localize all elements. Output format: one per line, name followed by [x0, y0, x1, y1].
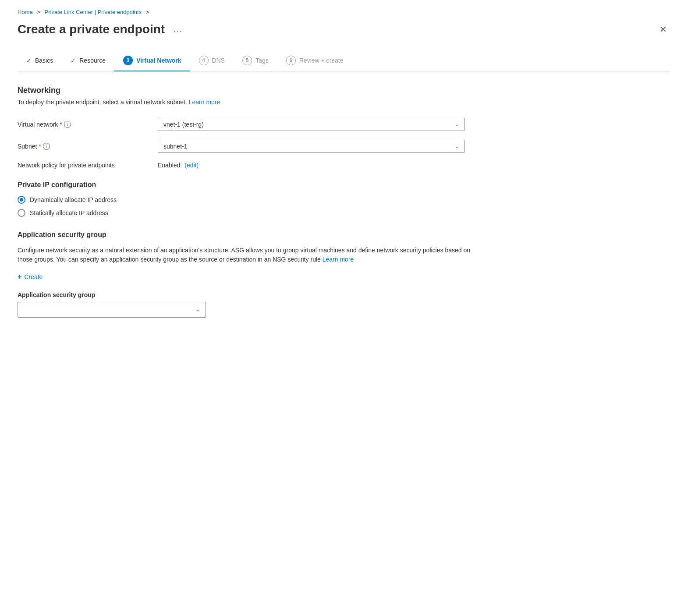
virtual-network-row: Virtual network * i vnet-1 (test-rg) ⌄ [18, 118, 670, 131]
networking-desc: To deploy the private endpoint, select a… [18, 99, 670, 106]
asg-create-label: Create [24, 273, 43, 280]
tab-review-create[interactable]: 6 Review + create [277, 50, 352, 71]
virtual-network-chevron: ⌄ [454, 121, 459, 127]
asg-learn-more[interactable]: Learn more [323, 256, 354, 263]
radio-dynamic-circle [18, 196, 25, 204]
tab-dns-number: 4 [199, 56, 209, 65]
subnet-select[interactable]: subnet-1 ⌄ [158, 140, 465, 153]
radio-dynamic-label: Dynamically allocate IP address [30, 196, 117, 203]
tab-tags-number: 5 [242, 56, 252, 65]
virtual-network-control: vnet-1 (test-rg) ⌄ [158, 118, 465, 131]
radio-dynamic[interactable]: Dynamically allocate IP address [18, 196, 670, 204]
subnet-row: Subnet * i subnet-1 ⌄ [18, 140, 670, 153]
subnet-control: subnet-1 ⌄ [158, 140, 465, 153]
subnet-label-area: Subnet * i [18, 143, 158, 150]
asg-section: Application security group Configure net… [18, 231, 670, 318]
tab-dns-label: DNS [212, 57, 225, 64]
breadcrumb-sep2: > [144, 9, 149, 15]
network-policy-edit[interactable]: (edit) [184, 162, 199, 169]
subnet-value: subnet-1 [163, 143, 187, 150]
virtual-network-info-icon[interactable]: i [64, 121, 71, 128]
radio-static[interactable]: Statically allocate IP address [18, 209, 670, 217]
page-title: Create a private endpoint [18, 22, 165, 36]
subnet-info-icon[interactable]: i [43, 143, 50, 150]
virtual-network-required: * [60, 121, 62, 128]
subnet-label: Subnet [18, 143, 37, 150]
private-ip-radio-group: Dynamically allocate IP address Statical… [18, 196, 670, 217]
asg-chevron: ⌄ [196, 307, 200, 313]
close-button[interactable]: ✕ [656, 22, 670, 36]
breadcrumb-home[interactable]: Home [18, 9, 33, 15]
page-header: Create a private endpoint ... ✕ [18, 22, 670, 36]
tab-resource-label: Resource [79, 57, 106, 64]
tab-basics-label: Basics [35, 57, 53, 64]
private-ip-section: Private IP configuration Dynamically all… [18, 181, 670, 217]
virtual-network-label-area: Virtual network * i [18, 121, 158, 128]
subnet-chevron: ⌄ [454, 143, 459, 149]
tab-tags-label: Tags [255, 57, 269, 64]
networking-section: Networking To deploy the private endpoin… [18, 86, 670, 169]
virtual-network-value: vnet-1 (test-rg) [163, 121, 204, 128]
breadcrumb-parent[interactable]: Private Link Center | Private endpoints [45, 9, 142, 15]
tab-review-number: 6 [286, 56, 296, 65]
radio-static-circle [18, 209, 25, 217]
tab-virtual-network-label: Virtual Network [136, 57, 181, 64]
asg-create-button[interactable]: + Create [18, 273, 43, 281]
tab-resource[interactable]: ✓ Resource [62, 52, 114, 70]
tab-resource-check: ✓ [71, 57, 76, 64]
tab-basics-check: ✓ [26, 57, 32, 64]
page-title-area: Create a private endpoint ... [18, 22, 186, 36]
asg-desc-text: Configure network security as a natural … [18, 247, 470, 263]
more-options-button[interactable]: ... [170, 23, 186, 36]
breadcrumb-sep1: > [35, 9, 42, 15]
tab-virtual-network-number: 3 [123, 56, 133, 65]
networking-title: Networking [18, 86, 670, 95]
asg-form: Application security group ⌄ [18, 291, 670, 318]
network-policy-label: Network policy for private endpoints [18, 162, 158, 169]
asg-form-label: Application security group [18, 291, 670, 298]
virtual-network-select[interactable]: vnet-1 (test-rg) ⌄ [158, 118, 465, 131]
network-policy-status: Enabled [158, 162, 180, 169]
breadcrumb: Home > Private Link Center | Private end… [18, 9, 670, 15]
radio-static-label: Statically allocate IP address [30, 209, 108, 216]
virtual-network-label: Virtual network [18, 121, 58, 128]
networking-learn-more[interactable]: Learn more [189, 99, 220, 106]
asg-desc: Configure network security as a natural … [18, 246, 482, 264]
tab-tags[interactable]: 5 Tags [234, 50, 277, 71]
subnet-required: * [39, 143, 41, 150]
network-policy-value-area: Enabled (edit) [158, 162, 199, 169]
tab-dns[interactable]: 4 DNS [190, 50, 234, 71]
networking-desc-text: To deploy the private endpoint, select a… [18, 99, 187, 106]
asg-title: Application security group [18, 231, 670, 239]
tab-virtual-network[interactable]: 3 Virtual Network [114, 50, 190, 71]
private-ip-title: Private IP configuration [18, 181, 670, 189]
network-policy-row: Network policy for private endpoints Ena… [18, 162, 670, 169]
tabs-container: ✓ Basics ✓ Resource 3 Virtual Network 4 … [18, 50, 670, 72]
asg-select[interactable]: ⌄ [18, 302, 206, 318]
tab-review-label: Review + create [299, 57, 344, 64]
tab-basics[interactable]: ✓ Basics [18, 52, 62, 70]
plus-icon: + [18, 273, 21, 281]
